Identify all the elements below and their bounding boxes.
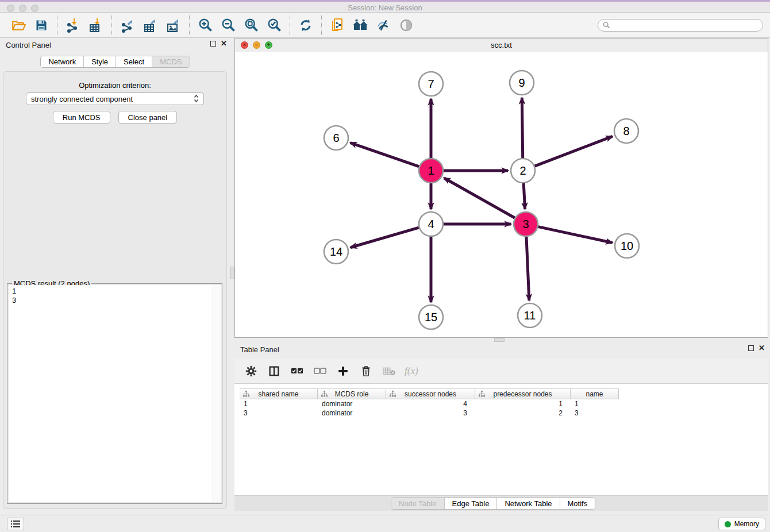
table-cell[interactable]: 3	[571, 408, 619, 418]
graph-edge-1-6[interactable]	[351, 142, 419, 166]
toolbar-search[interactable]	[598, 19, 763, 32]
graph-edge-2-8[interactable]	[535, 136, 613, 166]
export-table-button[interactable]	[139, 15, 162, 36]
zoom-selected-button[interactable]	[263, 15, 286, 36]
graph-node-1[interactable]: 1	[419, 159, 443, 183]
graph-node-11[interactable]: 11	[518, 303, 542, 327]
tab-style[interactable]: Style	[84, 56, 116, 67]
table-row[interactable]: 3dominator323	[240, 408, 619, 418]
table-header: shared name MCDS role successor nodes pr…	[240, 388, 619, 399]
export-network-button[interactable]	[116, 15, 139, 36]
tab-node-table[interactable]: Node Table	[391, 498, 445, 509]
hide-graphics-details-button[interactable]	[395, 15, 418, 36]
function-builder-button[interactable]: f(x)	[405, 364, 418, 379]
column-header-name[interactable]: name	[571, 389, 619, 399]
tab-select[interactable]: Select	[116, 56, 152, 67]
zoom-out-button[interactable]	[217, 15, 240, 36]
network-window-titlebar[interactable]: × − + scc.txt	[235, 38, 768, 52]
table-cell[interactable]: 4	[386, 399, 475, 408]
horizontal-splitter[interactable]	[234, 338, 768, 342]
tab-edge-table[interactable]: Edge Table	[445, 498, 498, 509]
graph-node-9[interactable]: 9	[510, 71, 534, 95]
graph-node-10[interactable]: 10	[615, 234, 639, 258]
export-image-button[interactable]	[162, 15, 185, 36]
select-chevrons-icon	[194, 94, 199, 103]
close-panel-button[interactable]: Close panel	[118, 111, 178, 124]
graph-edge-3-11[interactable]	[526, 237, 529, 300]
table-cell[interactable]: 3	[240, 408, 318, 418]
column-header-predecessor-nodes[interactable]: predecessor nodes	[475, 389, 571, 399]
tab-network[interactable]: Network	[41, 56, 84, 67]
delete-table-button[interactable]	[382, 364, 396, 379]
table-cell[interactable]: dominator	[318, 408, 386, 418]
tab-mcds[interactable]: MCDS	[152, 56, 189, 67]
home-button[interactable]	[349, 15, 372, 36]
refresh-button[interactable]	[294, 15, 317, 36]
hierarchy-icon	[479, 391, 485, 397]
column-header-shared-name[interactable]: shared name	[240, 389, 318, 399]
float-panel-icon[interactable]	[210, 41, 216, 47]
control-panel: Control Panel ✕ Network Style Select MCD…	[0, 38, 230, 511]
network-graph[interactable]: 1234678910111415	[235, 52, 768, 337]
deselect-all-button[interactable]	[313, 364, 328, 379]
svg-text:15: 15	[425, 311, 437, 323]
table-cell[interactable]: 3	[386, 408, 475, 418]
graph-node-15[interactable]: 15	[419, 305, 443, 329]
column-header-mcds-role[interactable]: MCDS role	[318, 389, 386, 399]
graph-edge-2-9[interactable]	[522, 98, 522, 158]
graph-node-3[interactable]: 3	[514, 212, 538, 236]
splitter-grip[interactable]	[494, 338, 505, 342]
table-cell[interactable]: 2	[475, 408, 571, 418]
graph-node-7[interactable]: 7	[419, 72, 443, 96]
select-all-button[interactable]	[290, 364, 305, 379]
float-panel-icon[interactable]	[748, 345, 754, 351]
show-graphics-details-button[interactable]	[372, 15, 395, 36]
table-panel-header: Table Panel ✕	[234, 342, 768, 357]
close-panel-icon[interactable]: ✕	[221, 40, 227, 47]
search-input[interactable]	[613, 21, 758, 30]
import-network-button[interactable]	[61, 15, 84, 36]
toolbar-separator	[57, 16, 57, 35]
mcds-result-list[interactable]: 13	[9, 285, 213, 502]
open-file-button[interactable]	[7, 15, 30, 36]
memory-button[interactable]: Memory	[718, 518, 765, 530]
zoom-in-button[interactable]	[194, 15, 217, 36]
graph-node-4[interactable]: 4	[419, 212, 443, 236]
table-cell[interactable]: 1	[571, 399, 619, 408]
table-tabs-strip: Node Table Edge Table Network Table Moti…	[234, 495, 768, 511]
column-header-successor-nodes[interactable]: successor nodes	[386, 389, 475, 399]
graph-node-8[interactable]: 8	[614, 119, 638, 143]
table-cell[interactable]: 1	[240, 399, 318, 408]
show-task-history-button[interactable]	[7, 518, 24, 530]
table-row[interactable]: 1dominator411	[240, 399, 619, 408]
zoom-fit-button[interactable]	[240, 15, 263, 36]
graph-edge-3-10[interactable]	[538, 227, 613, 243]
graph-node-2[interactable]: 2	[511, 159, 535, 183]
splitter-grip[interactable]	[230, 267, 234, 279]
table-cell[interactable]: dominator	[318, 399, 386, 408]
graph-node-14[interactable]: 14	[324, 240, 348, 264]
table-cell[interactable]: 1	[475, 399, 571, 408]
close-panel-icon[interactable]: ✕	[759, 345, 765, 352]
add-column-button[interactable]	[336, 364, 351, 379]
network-canvas[interactable]: 1234678910111415	[235, 52, 768, 337]
tab-motifs[interactable]: Motifs	[560, 498, 595, 509]
result-scrollbar[interactable]	[213, 285, 221, 502]
clone-network-button[interactable]	[326, 15, 349, 36]
optimization-criterion-select[interactable]: strongly connected component	[26, 92, 204, 105]
save-session-button[interactable]	[30, 15, 53, 36]
tab-network-table[interactable]: Network Table	[497, 498, 560, 509]
table-settings-button[interactable]	[244, 364, 259, 379]
import-table-button[interactable]	[84, 15, 107, 36]
show-columns-button[interactable]	[267, 364, 282, 379]
graph-edge-4-14[interactable]	[351, 228, 419, 248]
svg-text:9: 9	[518, 76, 525, 89]
graph-edge-2-3[interactable]	[523, 183, 525, 209]
mcds-result-item[interactable]: 1	[12, 287, 213, 296]
graph-edge-3-1[interactable]	[444, 178, 515, 218]
run-mcds-button[interactable]: Run MCDS	[53, 111, 110, 124]
vertical-splitter[interactable]	[230, 38, 234, 511]
mcds-result-item[interactable]: 3	[12, 296, 213, 305]
delete-column-button[interactable]	[359, 364, 374, 379]
graph-node-6[interactable]: 6	[324, 126, 348, 150]
